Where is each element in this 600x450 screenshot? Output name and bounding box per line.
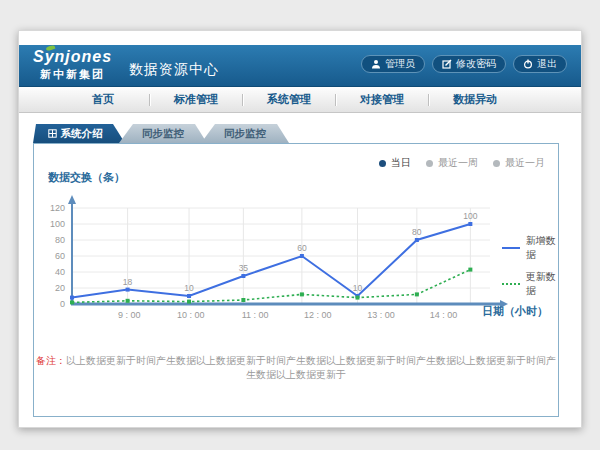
filter-option-last-month[interactable]: 最近一月	[493, 156, 545, 170]
legend-item-new-data[interactable]: 新增数据	[502, 234, 558, 262]
svg-text:40: 40	[55, 267, 65, 277]
header-actions: 管理员 修改密码 退出	[361, 55, 567, 73]
y-axis-label: 数据交换（条）	[48, 170, 125, 185]
window-top-strip	[19, 31, 581, 45]
filter-label: 最近一月	[505, 156, 545, 170]
tab-label: 同步监控	[142, 127, 184, 141]
chart-panel: 当日 最近一周 最近一月 数据交换（条） 0204060801001209 : …	[33, 143, 559, 417]
svg-text:10 : 00: 10 : 00	[177, 310, 205, 320]
svg-text:100: 100	[463, 211, 477, 221]
power-icon	[523, 59, 533, 69]
filter-label: 最近一周	[438, 156, 478, 170]
svg-text:14 : 00: 14 : 00	[430, 310, 458, 320]
footnote-prefix: 备注：	[36, 355, 66, 366]
app-window: Synjones 新中新集团 数据资源中心 管理员 修改密码	[18, 30, 582, 428]
nav-item-system-mgmt[interactable]: 系统管理	[243, 92, 335, 107]
logo-wordmark: Synjones	[33, 48, 112, 66]
radio-dot-icon	[493, 160, 500, 167]
admin-user-button[interactable]: 管理员	[361, 55, 425, 73]
svg-text:80: 80	[55, 235, 65, 245]
tab-system-intro[interactable]: 系统介绍	[33, 124, 125, 143]
svg-text:60: 60	[55, 251, 65, 261]
footnote-text: 以上数据更新于时间产生数据以上数据更新于时间产生数据以上数据更新于时间产生数据以…	[66, 355, 556, 380]
app-header: Synjones 新中新集团 数据资源中心 管理员 修改密码	[19, 45, 581, 87]
change-password-label: 修改密码	[456, 57, 496, 71]
page-title: 数据资源中心	[129, 61, 219, 79]
footnote: 备注：以上数据更新于时间产生数据以上数据更新于时间产生数据以上数据更新于时间产生…	[34, 354, 558, 382]
time-range-filter: 当日 最近一周 最近一月	[379, 156, 545, 170]
svg-text:100: 100	[50, 219, 65, 229]
grid-icon	[48, 129, 57, 138]
edit-icon	[442, 59, 452, 69]
legend-label: 更新数据	[526, 270, 558, 298]
logout-button[interactable]: 退出	[513, 55, 567, 73]
change-password-button[interactable]: 修改密码	[432, 55, 506, 73]
filter-option-today[interactable]: 当日	[379, 156, 411, 170]
filter-label: 当日	[391, 156, 411, 170]
radio-dot-icon	[379, 160, 386, 167]
logout-label: 退出	[537, 57, 557, 71]
svg-text:80: 80	[412, 227, 422, 237]
legend-item-updated-data[interactable]: 更新数据	[502, 270, 558, 298]
green-dotted-swatch-icon	[502, 283, 520, 285]
svg-text:35: 35	[239, 263, 249, 273]
user-icon	[371, 59, 381, 69]
logo-chinese-name: 新中新集团	[33, 67, 112, 82]
tab-sync-monitor-1[interactable]: 同步监控	[119, 124, 207, 143]
main-nav: 首页 标准管理 系统管理 对接管理 数据异动	[19, 87, 581, 113]
series-legend: 新增数据 更新数据	[502, 234, 558, 298]
radio-dot-icon	[426, 160, 433, 167]
tab-bar: 系统介绍 同步监控 同步监控	[33, 124, 581, 143]
svg-text:18: 18	[123, 277, 133, 287]
nav-item-home[interactable]: 首页	[57, 92, 149, 107]
admin-user-label: 管理员	[385, 57, 415, 71]
svg-text:11 : 00: 11 : 00	[242, 310, 269, 320]
tab-sync-monitor-2[interactable]: 同步监控	[201, 124, 289, 143]
nav-item-standard-mgmt[interactable]: 标准管理	[150, 92, 242, 107]
svg-text:20: 20	[55, 283, 65, 293]
svg-text:13 : 00: 13 : 00	[367, 310, 395, 320]
filter-option-last-week[interactable]: 最近一周	[426, 156, 478, 170]
nav-item-data-change[interactable]: 数据异动	[429, 92, 521, 107]
svg-text:0: 0	[60, 299, 65, 309]
svg-text:60: 60	[297, 243, 307, 253]
svg-text:12 : 00: 12 : 00	[304, 310, 332, 320]
nav-item-interface-mgmt[interactable]: 对接管理	[336, 92, 428, 107]
company-logo: Synjones 新中新集团	[33, 48, 112, 82]
x-axis-label: 日期（小时）	[482, 304, 548, 319]
tab-label: 同步监控	[224, 127, 266, 141]
svg-text:10: 10	[184, 283, 194, 293]
tab-label: 系统介绍	[61, 127, 103, 141]
svg-text:9 : 00: 9 : 00	[118, 310, 141, 320]
blue-line-swatch-icon	[502, 247, 520, 249]
line-chart[interactable]: 0204060801001209 : 0010 : 0011 : 0012 : …	[40, 192, 556, 342]
svg-text:120: 120	[50, 203, 65, 213]
svg-text:10: 10	[353, 283, 363, 293]
legend-label: 新增数据	[526, 234, 558, 262]
